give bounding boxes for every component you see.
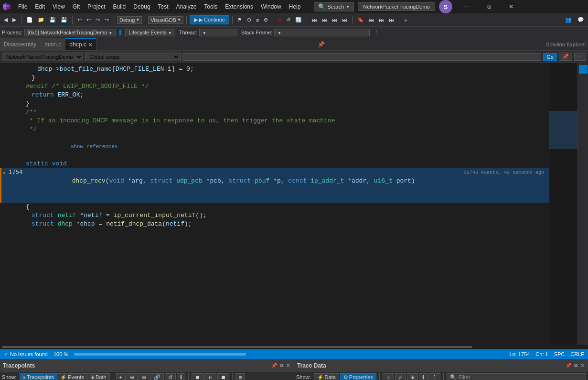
search-box[interactable]: 🔍 Search ▼ (314, 2, 354, 11)
go-button[interactable]: Go (543, 53, 557, 61)
redo-btn[interactable]: ↪ (94, 16, 102, 24)
menu-view[interactable]: View (49, 1, 69, 12)
forward-button[interactable]: ▶ (11, 16, 18, 24)
main-toolbar: ◀ ▶ 📄 📁 💾 💾 ↩ ↩ ↪ ↪ Debug ▼ VisualGDB ▼ … (0, 13, 588, 27)
process-value[interactable]: [0x0] NetworkPacketTracingDemo ▼ (24, 29, 116, 36)
pin-button[interactable]: 📌 (270, 362, 278, 369)
menu-tools[interactable]: Tools (200, 1, 221, 12)
tab-dhcpc[interactable]: dhcp.c ✕ (65, 38, 96, 50)
thread-value[interactable]: ▼ (199, 29, 237, 36)
filter-input[interactable]: 🔍 Filter (447, 373, 586, 380)
uncheck-btn[interactable]: ⊞ (407, 373, 418, 380)
tab-close-icon[interactable]: ✕ (88, 42, 92, 47)
redo2-btn[interactable]: ↪ (103, 16, 111, 24)
hotswap-btn[interactable]: 🔄 (293, 16, 304, 24)
method-dropdown[interactable]: Global scope (85, 53, 181, 61)
close-button[interactable]: ✕ (500, 0, 522, 13)
back-button[interactable]: ◀ (2, 16, 10, 24)
undo2-btn[interactable]: ↩ (85, 16, 93, 24)
menu-analyze[interactable]: Analyze (172, 1, 201, 12)
menu-project[interactable]: Project (84, 1, 109, 12)
step1-btn[interactable]: ⏭ (310, 16, 319, 24)
trace-data-title-bar: Trace Data 📌 ⧉ ✕ (294, 359, 588, 372)
stop-record-btn[interactable]: ⏹ (217, 373, 229, 380)
events-filter-btn[interactable]: ⚡ Events (57, 374, 87, 380)
step2-btn[interactable]: ⏭ (320, 16, 329, 24)
editor-pin-btn[interactable]: 📌 (559, 53, 572, 61)
zoom-control[interactable]: 100 % (53, 351, 68, 357)
properties-view-btn[interactable]: ⚙ Properties (340, 373, 376, 380)
tab-disassembly-label: Disassembly (4, 41, 36, 48)
record-btn[interactable]: ⏺ (192, 373, 203, 380)
save-all-btn[interactable]: 💾 (59, 16, 69, 24)
feedback-btn[interactable]: 💬 (576, 16, 586, 24)
float-button[interactable]: ⧉ (279, 362, 284, 369)
stop-btn[interactable]: ■ (276, 16, 283, 24)
delete-btn[interactable]: ⊗ (139, 373, 150, 380)
continue-button[interactable]: ▶ ▶ Continue (190, 15, 229, 24)
undo-btn[interactable]: ↩ (75, 16, 84, 24)
pin-btn[interactable]: 📌 (565, 362, 572, 369)
search-editor-input[interactable] (182, 53, 541, 61)
menu-test[interactable]: Test (154, 1, 172, 12)
trace-btn4[interactable]: ⊕ (262, 16, 270, 24)
maximize-button[interactable]: ⧉ (478, 0, 500, 13)
tab-disassembly[interactable]: Disassembly (0, 38, 41, 50)
no-issues-label: No issues found (10, 351, 48, 357)
process-chevron: ▼ (108, 31, 112, 35)
platform-dropdown[interactable]: VisualGDB ▼ (148, 16, 183, 24)
size-btn[interactable]: ℹ (419, 373, 428, 380)
close-trace-btn[interactable]: ✕ (579, 362, 585, 369)
scrollbar-track[interactable] (74, 349, 503, 359)
collab-btn[interactable]: 👥 (563, 16, 574, 24)
float-btn[interactable]: ⧉ (573, 362, 578, 369)
stack-value[interactable]: ▼ (274, 29, 370, 36)
menu-debug[interactable]: Debug (129, 1, 154, 12)
play-pause-btn[interactable]: ⏯ (204, 373, 216, 380)
tab-mainc[interactable]: main.c (41, 38, 65, 50)
menu-build[interactable]: Build (109, 1, 130, 12)
step4-btn[interactable]: ⏭ (340, 16, 349, 24)
add-tracepoint-btn[interactable]: + (116, 373, 126, 380)
trace-btn3[interactable]: ≡ (254, 16, 261, 24)
show-label2: Show: (296, 374, 311, 380)
trace-btn1[interactable]: ⚑ (235, 16, 244, 24)
add-condition-btn[interactable]: ⊕ (127, 373, 138, 380)
editor-dropdown-btn[interactable]: ⋯ (574, 53, 586, 61)
step3-btn[interactable]: ⏭ (330, 16, 339, 24)
nav3-btn[interactable]: ⏭ (387, 16, 396, 24)
menu-edit[interactable]: Edit (31, 1, 49, 12)
minimize-button[interactable]: — (456, 0, 478, 13)
check-icon: ✓ (4, 351, 8, 358)
check-btn[interactable]: ✓ (395, 373, 406, 380)
both-filter-btn[interactable]: ⊞ Both (87, 374, 109, 380)
open-btn[interactable]: 📁 (36, 16, 46, 24)
star-all-btn[interactable]: ☆ (383, 373, 394, 380)
trace-btn2[interactable]: ⊙ (245, 16, 253, 24)
info-btn[interactable]: ℹ (177, 373, 185, 380)
nav2-btn[interactable]: ⏭ (377, 16, 386, 24)
link-btn[interactable]: 🔗 (150, 373, 164, 380)
settings-btn[interactable]: ≡ (235, 373, 245, 380)
nav1-btn[interactable]: ⏮ (367, 16, 376, 24)
save-btn[interactable]: 💾 (47, 16, 58, 24)
menu-git[interactable]: Git (69, 1, 84, 12)
class-dropdown[interactable]: NetworkPacketTracingDemo (2, 53, 83, 61)
editor-scrollbar[interactable] (0, 345, 588, 349)
more-trace-btn[interactable]: ⋮ (428, 373, 440, 380)
new-file-btn[interactable]: 📄 (24, 16, 35, 24)
menu-window[interactable]: Window (257, 1, 285, 12)
restart-btn[interactable]: ↺ (284, 16, 292, 24)
menu-help[interactable]: Help (285, 1, 305, 12)
data-view-btn[interactable]: ⚡ Data (314, 373, 339, 380)
menu-file[interactable]: File (14, 1, 31, 12)
refresh-btn[interactable]: ↺ (165, 373, 176, 380)
more-btn[interactable]: » (402, 16, 409, 24)
close-panel-button[interactable]: ✕ (285, 362, 291, 369)
lifecycle-dropdown[interactable]: Lifecycle Events ▼ (125, 29, 175, 36)
debug-dropdown[interactable]: Debug ▼ (117, 16, 142, 24)
menu-extensions[interactable]: Extensions (221, 1, 257, 12)
tracepoints-filter-btn[interactable]: ● Tracepoints (20, 374, 58, 380)
bookmark-btn[interactable]: 🔖 (355, 16, 366, 24)
pin-tab-btn[interactable]: 📌 (316, 38, 326, 51)
